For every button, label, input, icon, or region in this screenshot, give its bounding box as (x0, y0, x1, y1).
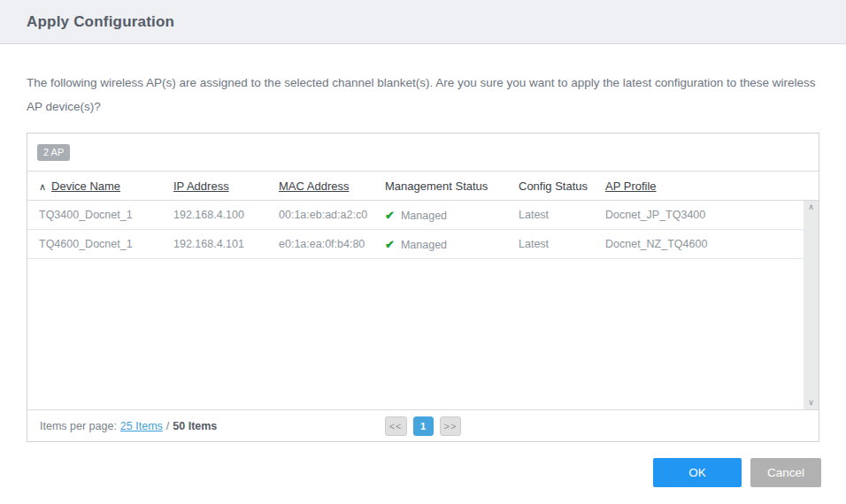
items-per-page: Items per page: 25 Items / 50 Items (40, 410, 217, 441)
column-label-config-status: Config Status (519, 179, 588, 193)
column-label-ap-profile: AP Profile (605, 179, 657, 193)
column-header-mac-address[interactable]: MAC Address (267, 179, 373, 193)
managed-check-icon: ✔ (385, 238, 395, 251)
apply-configuration-dialog: Apply Configuration The following wirele… (0, 0, 846, 504)
cell-ap-profile: Docnet_JP_TQ3400 (594, 209, 804, 221)
ap-count-badge: 2 AP (37, 144, 70, 161)
scroll-down-icon[interactable]: ∨ (808, 399, 814, 407)
column-header-management-status: Management Status (373, 179, 507, 193)
pagination-controls: << 1 >> (385, 416, 462, 436)
cell-mac-address: 00:1a:eb:ad:a2:c0 (267, 209, 373, 221)
managed-check-icon: ✔ (385, 209, 395, 222)
confirmation-message: The following wireless AP(s) are assigne… (27, 71, 819, 118)
management-status-text: Managed (401, 239, 447, 251)
next-page-button[interactable]: >> (440, 416, 462, 436)
dialog-titlebar: Apply Configuration (0, 0, 846, 44)
scroll-up-icon[interactable]: ∧ (808, 203, 814, 211)
ap-table: ∧Device Name IP Address MAC Address Mana… (27, 172, 819, 441)
sort-ascending-icon: ∧ (39, 181, 46, 193)
items-per-page-link[interactable]: 25 Items (120, 420, 163, 432)
items-per-page-label: Items per page: (40, 420, 117, 432)
cell-management-status: ✔Managed (373, 238, 507, 251)
cell-device-name: TQ3400_Docnet_1 (27, 209, 162, 221)
column-header-ap-profile[interactable]: AP Profile (594, 179, 819, 193)
column-header-device-name[interactable]: ∧Device Name (27, 179, 162, 193)
cell-config-status: Latest (507, 238, 594, 250)
cell-mac-address: e0:1a:ea:0f:b4:80 (267, 238, 373, 250)
cancel-button[interactable]: Cancel (750, 458, 821, 487)
previous-page-button[interactable]: << (385, 416, 407, 436)
cell-ip-address: 192.168.4.100 (162, 209, 267, 221)
column-label-ip-address: IP Address (173, 179, 229, 193)
dialog-title: Apply Configuration (27, 13, 174, 31)
table-body: TQ3400_Docnet_1 192.168.4.100 00:1a:eb:a… (27, 201, 819, 409)
table-scrollbar[interactable]: ∧ ∨ (804, 201, 819, 409)
current-page-button[interactable]: 1 (413, 416, 434, 436)
table-row[interactable]: TQ4600_Docnet_1 192.168.4.101 e0:1a:ea:0… (27, 230, 804, 259)
column-label-mac-address: MAC Address (279, 179, 349, 193)
ap-table-panel: 2 AP ∧Device Name IP Address MAC Address… (27, 133, 819, 442)
table-header-row: ∧Device Name IP Address MAC Address Mana… (27, 172, 819, 201)
column-header-config-status: Config Status (507, 179, 594, 193)
items-separator: / (166, 420, 169, 432)
column-label-management-status: Management Status (385, 179, 488, 193)
ok-button[interactable]: OK (653, 458, 742, 487)
cell-config-status: Latest (507, 209, 594, 221)
cell-ap-profile: Docnet_NZ_TQ4600 (594, 238, 804, 250)
table-toolbar: 2 AP (27, 134, 819, 172)
dialog-actions: OK Cancel (653, 458, 821, 487)
column-header-ip-address[interactable]: IP Address (162, 179, 267, 193)
management-status-text: Managed (401, 210, 447, 222)
table-row[interactable]: TQ3400_Docnet_1 192.168.4.100 00:1a:eb:a… (27, 201, 804, 230)
cell-management-status: ✔Managed (373, 209, 507, 222)
cell-ip-address: 192.168.4.101 (162, 238, 267, 250)
cell-device-name: TQ4600_Docnet_1 (27, 238, 162, 250)
table-footer: Items per page: 25 Items / 50 Items << 1… (27, 409, 819, 441)
total-items: 50 Items (173, 420, 217, 432)
column-label-device-name: Device Name (51, 179, 120, 193)
